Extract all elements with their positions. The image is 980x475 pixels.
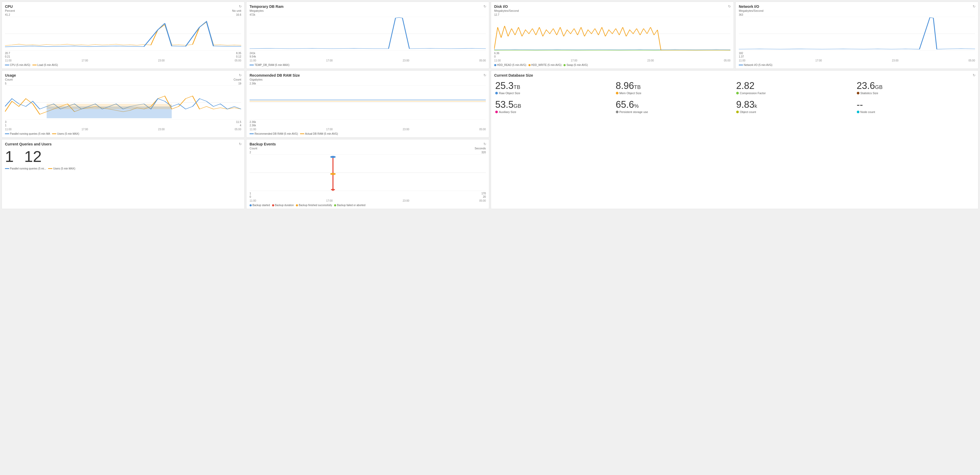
usage-legend: Parallel running queries (5 min MA Users…: [5, 132, 241, 135]
usage-x-1: 11:00: [5, 128, 11, 131]
backup-legend: Backup started Backup duration Backup fi…: [250, 204, 486, 207]
temp-y-mid: 241k: [250, 52, 255, 55]
backup-legend-duration-label: Backup duration: [275, 204, 294, 207]
disk-legend: HDD_READ (5 min AVG) HDD_WRITE (5 min AV…: [494, 64, 730, 67]
db-metric-aux-label-row: Auxiliary Size: [495, 110, 613, 113]
disk-legend-read-dot: [494, 64, 496, 66]
temp-x-3: 23:00: [402, 59, 409, 62]
db-metric-mem-label-row: Mem Object Size: [616, 92, 733, 95]
usage-subtitle-left: Count: [5, 78, 13, 81]
current-queries-refresh[interactable]: ↻: [239, 142, 242, 146]
db-metric-object-count: 9.83k Object count: [735, 98, 855, 116]
db-metric-raw-label-row: Raw Object Size: [495, 92, 613, 95]
usage-legend-queries-label: Parallel running queries (5 min MA: [10, 132, 50, 135]
network-io-chart: [739, 17, 975, 51]
cq-legend-users: Users (5 min MAX): [48, 167, 75, 170]
backup-legend-failed-dot: [334, 204, 336, 207]
usage-y-bot-left: 1: [5, 124, 6, 127]
db-metric-compression-label: Compression Factor: [740, 92, 766, 95]
db-metric-stats-label: Statistics Size: [861, 92, 878, 95]
disk-y-mid: 6.36: [494, 52, 499, 55]
backup-events-panel: Backup Events Count Seconds 2 320: [246, 139, 489, 209]
cpu-y-mid-left: 20.7: [5, 52, 10, 55]
rec-legend-actual-label: Actual DB RAM (5 min AVG): [305, 132, 338, 135]
db-metric-aux: 53.5GB Auxiliary Size: [494, 98, 614, 116]
usage-refresh[interactable]: ↻: [239, 73, 242, 77]
temp-x-2: 17:00: [326, 59, 333, 62]
cpu-legend-cpu-color: [5, 65, 9, 65]
cpu-y-bot-left: 0.21: [5, 55, 10, 58]
users-value: 12: [24, 149, 41, 165]
temp-y-top: 472k: [250, 13, 255, 16]
disk-io-chart: [494, 17, 730, 51]
db-metric-persistent-label-row: Persistent storage use: [616, 110, 733, 113]
backup-legend-started: Backup started: [250, 204, 270, 207]
cpu-y-top-left: 41.2: [5, 13, 10, 16]
network-io-refresh[interactable]: ↻: [973, 5, 975, 8]
disk-io-refresh[interactable]: ↻: [728, 5, 731, 8]
dashboard: CPU Percent No unit 41.2 16.6 20.7 8.35: [0, 0, 980, 211]
backup-legend-failed: Backup failed or aborted: [334, 204, 365, 207]
svg-point-27: [330, 173, 336, 175]
db-metric-persistent-dot: [616, 111, 619, 113]
current-queries-panel: Current Queries and Users ↻ 1 12 Paralle…: [2, 139, 245, 209]
db-metric-persistent-label: Persistent storage use: [619, 110, 648, 113]
db-metric-stats-value: 23.6GB: [857, 81, 974, 91]
backup-x-4: 05:00: [479, 199, 486, 202]
usage-panel: Usage Count Count 5 19 3: [2, 70, 245, 138]
rec-y-mid: 2.36k: [250, 121, 256, 124]
db-metric-stats-dot: [857, 92, 859, 94]
disk-legend-read: HDD_READ (5 min AVG): [494, 64, 527, 67]
usage-legend-users: Users (5 min MAX): [52, 132, 79, 135]
db-metric-raw-label: Raw Object Size: [499, 92, 520, 95]
usage-y-bot-right: 4: [240, 124, 241, 127]
db-metric-aux-unit: GB: [514, 103, 521, 109]
db-metric-stats-unit: GB: [875, 84, 883, 90]
big-numbers: 1 12: [5, 149, 241, 165]
backup-events-title: Backup Events: [250, 142, 486, 146]
disk-legend-write-label: HDD_WRITE (5 min AVG): [531, 64, 562, 67]
recommended-db-ram-refresh[interactable]: ↻: [484, 73, 486, 77]
backup-events-refresh[interactable]: ↻: [484, 142, 486, 146]
backup-subtitle-left: Count: [250, 147, 257, 150]
temp-db-ram-refresh[interactable]: ↻: [484, 5, 486, 8]
cpu-x-3: 23:00: [158, 59, 165, 62]
network-x-4: 05:00: [969, 59, 975, 62]
cpu-legend-load-color: [32, 65, 37, 65]
cpu-legend-cpu-label: CPU (5 min AVG): [10, 64, 30, 67]
db-metric-aux-label: Auxiliary Size: [499, 110, 516, 113]
network-y-mid: 182: [739, 52, 743, 55]
usage-y-top-left: 5: [5, 82, 6, 85]
network-legend-label: Network I/O (5 min AVG): [744, 64, 772, 67]
cpu-refresh[interactable]: ↻: [239, 5, 242, 8]
rec-legend-recommended-color: [250, 133, 254, 134]
network-io-panel: Network I/O Megabytes/Second 363 182 1.3…: [735, 2, 978, 69]
db-metric-raw: 25.3TB Raw Object Size: [494, 79, 614, 97]
current-db-size-panel: Current Database Size ↻ 25.3TB Raw Objec…: [491, 70, 978, 209]
backup-legend-started-dot: [250, 204, 252, 207]
disk-legend-swap: Swap (5 min AVG): [563, 64, 588, 67]
db-metric-compression-label-row: Compression Factor: [736, 92, 854, 95]
network-io-subtitle: Megabytes/Second: [739, 9, 975, 12]
backup-legend-duration: Backup duration: [272, 204, 294, 207]
cpu-legend-cpu: CPU (5 min AVG): [5, 64, 30, 67]
backup-y-bot-left: 0: [250, 195, 251, 198]
disk-legend-read-label: HDD_READ (5 min AVG): [497, 64, 527, 67]
disk-legend-write: HDD_WRITE (5 min AVG): [528, 64, 562, 67]
current-db-size-refresh[interactable]: ↻: [973, 73, 975, 77]
db-metric-aux-value: 53.5GB: [495, 100, 613, 109]
db-metric-object-count-label: Object count: [740, 110, 756, 113]
recommended-db-ram-chart: [250, 86, 486, 119]
network-x-3: 23:00: [892, 59, 898, 62]
db-metric-raw-dot: [495, 92, 498, 94]
usage-x-2: 17:00: [82, 128, 88, 131]
db-metrics-grid: 25.3TB Raw Object Size 8.96TB Mem Object…: [494, 79, 975, 116]
usage-subtitle-right: Count: [234, 78, 241, 81]
db-metric-mem-value: 8.96TB: [616, 81, 733, 91]
cpu-title: CPU: [5, 5, 241, 9]
disk-y-top: 12.7: [494, 13, 499, 16]
network-x-1: 11:00: [739, 59, 745, 62]
backup-legend-failed-label: Backup failed or aborted: [337, 204, 365, 207]
db-metric-object-count-unit: k: [754, 103, 757, 109]
rec-x-1: 11:00: [250, 128, 256, 131]
